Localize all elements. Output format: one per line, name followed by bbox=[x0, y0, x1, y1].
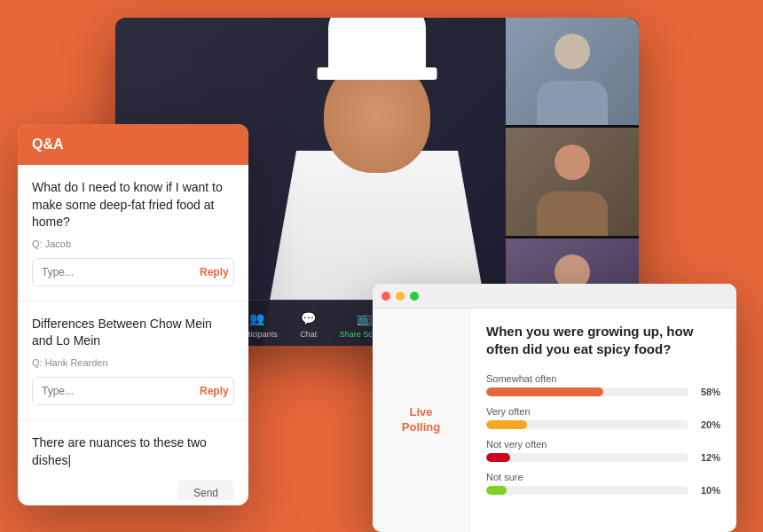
qa-question-1-asker: Q: Jacob bbox=[32, 239, 234, 249]
video-tile-1 bbox=[506, 18, 639, 125]
poll-option-label-0: Somewhat often bbox=[486, 373, 720, 384]
poll-bar-row-1: 20% bbox=[486, 419, 720, 430]
polling-brand-live: Live bbox=[409, 405, 432, 419]
toolbar-chat[interactable]: 💬 Chat bbox=[299, 309, 319, 339]
poll-option-label-1: Very often bbox=[486, 406, 720, 417]
poll-pct-0: 58% bbox=[696, 387, 720, 397]
poll-bar-track-1 bbox=[486, 420, 688, 429]
qa-question-2-text: Differences Between Chow Mein and Lo Mei… bbox=[32, 316, 234, 350]
qa-question-1: What do I need to know if I want to make… bbox=[18, 165, 248, 301]
poll-bar-fill-0 bbox=[486, 387, 603, 396]
qa-reply-row-2: Reply bbox=[32, 377, 234, 405]
person1-body bbox=[537, 81, 608, 125]
poll-pct-1: 20% bbox=[696, 419, 720, 430]
poll-bar-row-2: 12% bbox=[486, 452, 720, 463]
polling-brand: Live Polling bbox=[402, 405, 440, 435]
poll-bar-row-3: 10% bbox=[486, 485, 720, 496]
tl-green-dot[interactable] bbox=[410, 292, 419, 301]
poll-bar-track-0 bbox=[486, 387, 688, 396]
chat-icon: 💬 bbox=[299, 309, 319, 328]
polling-titlebar bbox=[373, 284, 736, 309]
poll-pct-2: 12% bbox=[696, 452, 720, 463]
qa-comment-block: There are nuances to these two dishes| S… bbox=[18, 420, 248, 500]
qa-header: Q&A bbox=[18, 124, 248, 165]
poll-option-2: Not very often 12% bbox=[486, 439, 720, 463]
person1-head bbox=[555, 34, 590, 69]
qa-body: What do I need to know if I want to make… bbox=[18, 165, 248, 500]
polling-main: When you were growing up, how often did … bbox=[470, 309, 736, 532]
chef-hat-brim bbox=[318, 67, 437, 80]
polling-brand-polling: Polling bbox=[402, 420, 440, 434]
qa-reply-input-2[interactable] bbox=[33, 378, 184, 404]
participants-icon: 👥 bbox=[247, 309, 266, 328]
poll-bar-track-2 bbox=[486, 453, 688, 462]
poll-bar-fill-1 bbox=[486, 420, 527, 429]
polling-sidebar: Live Polling bbox=[373, 309, 470, 532]
tl-red-dot[interactable] bbox=[382, 292, 390, 301]
poll-bar-fill-2 bbox=[486, 453, 510, 462]
poll-option-1: Very often 20% bbox=[486, 406, 720, 430]
poll-option-3: Not sure 10% bbox=[486, 472, 720, 496]
poll-pct-3: 10% bbox=[696, 485, 720, 496]
poll-options-container: Somewhat often 58% Very often 20% Not ve… bbox=[486, 373, 720, 496]
poll-bar-row-0: 58% bbox=[486, 387, 720, 397]
qa-question-2: Differences Between Chow Mein and Lo Mei… bbox=[18, 301, 248, 420]
share-screen-icon: 📺 bbox=[354, 309, 374, 328]
poll-option-label-3: Not sure bbox=[486, 472, 720, 482]
polling-body: Live Polling When you were growing up, h… bbox=[373, 309, 736, 532]
qa-question-2-asker: Q: Hank Rearden bbox=[32, 357, 234, 368]
poll-option-label-2: Not very often bbox=[486, 439, 720, 450]
polling-window: Live Polling When you were growing up, h… bbox=[373, 284, 736, 532]
qa-question-1-text: What do I need to know if I want to make… bbox=[32, 179, 234, 231]
qa-reply-input-1[interactable] bbox=[33, 259, 184, 286]
qa-send-button[interactable]: Send bbox=[177, 480, 234, 500]
qa-send-row: Send bbox=[32, 480, 234, 500]
poll-bar-track-3 bbox=[486, 486, 688, 495]
qa-reply-row-1: Reply bbox=[32, 258, 234, 286]
poll-bar-fill-3 bbox=[486, 486, 507, 495]
tl-yellow-dot[interactable] bbox=[396, 292, 405, 301]
qa-reply-button-1[interactable]: Reply bbox=[191, 259, 234, 286]
qa-panel: Q&A What do I need to know if I want to … bbox=[18, 124, 248, 505]
qa-reply-button-2[interactable]: Reply bbox=[191, 378, 234, 404]
person2-body bbox=[537, 192, 608, 236]
qa-title: Q&A bbox=[32, 137, 64, 152]
polling-question: When you were growing up, how often did … bbox=[486, 323, 720, 359]
person2-head bbox=[555, 145, 590, 180]
poll-option-0: Somewhat often 58% bbox=[486, 373, 720, 397]
chat-label: Chat bbox=[300, 330, 317, 339]
video-tile-2 bbox=[506, 128, 639, 235]
qa-comment-text: There are nuances to these two dishes| bbox=[32, 434, 234, 469]
